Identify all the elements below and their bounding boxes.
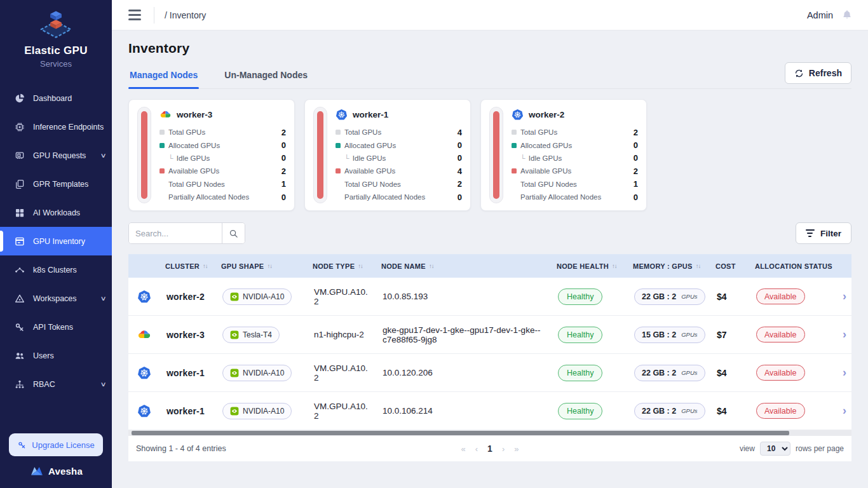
page-title: Inventory <box>128 41 851 56</box>
stat-label: Partially Allocated Nodes <box>344 193 425 201</box>
tab-managed-nodes[interactable]: Managed Nodes <box>128 65 199 88</box>
column-header-gpu-shape[interactable]: GPU SHAPE ↑↓ <box>216 262 308 270</box>
filter-label: Filter <box>820 229 841 238</box>
sidebar-item-api-tokens[interactable]: API Tokens <box>0 313 112 341</box>
stat-value: 0 <box>281 153 286 163</box>
sidebar-item-gpr-templates[interactable]: GPR Templates <box>0 170 112 198</box>
gpu-shape-label: Tesla-T4 <box>243 330 272 339</box>
showing-entries-label: Showing 1 - 4 of 4 entries <box>136 444 461 453</box>
next-page-button[interactable]: › <box>502 444 505 454</box>
card-stat-row: Allocated GPUs 0 <box>512 139 638 151</box>
table-row[interactable]: worker-1 NVIDIA-A10 VM.GPU.A10.2 10.0.12… <box>128 354 851 392</box>
column-header-node-name[interactable]: NODE NAME ↑↓ <box>376 262 552 270</box>
column-header-cost[interactable]: COST <box>710 262 750 270</box>
stat-label: Total GPUs <box>168 128 205 136</box>
sidebar-item-users[interactable]: Users <box>0 341 112 370</box>
notifications-bell-icon[interactable] <box>841 9 853 21</box>
search-button[interactable] <box>222 223 245 243</box>
sort-icon[interactable]: ↑↓ <box>696 262 701 269</box>
first-page-button[interactable]: « <box>461 444 466 454</box>
legend-swatch <box>512 130 517 135</box>
sort-icon[interactable]: ↑↓ <box>429 262 434 269</box>
key-icon <box>17 440 27 450</box>
card-stat-row: Available GPUs 2 <box>512 165 638 177</box>
row-expand-chevron[interactable]: › <box>837 366 851 379</box>
sort-icon[interactable]: ↑↓ <box>358 262 363 269</box>
refresh-button[interactable]: Refresh <box>785 62 851 84</box>
upgrade-license-button[interactable]: Upgrade License <box>9 433 103 456</box>
stat-label: Available GPUs <box>168 167 219 175</box>
topbar-divider <box>154 7 154 24</box>
cell-cost: $4 <box>710 288 750 306</box>
user-menu[interactable]: Admin <box>807 10 833 20</box>
sidebar-item-workspaces[interactable]: Workspaces ∨ <box>0 284 112 313</box>
allocation-status-badge: Available <box>756 288 805 304</box>
sidebar-item-label: GPR Templates <box>33 180 88 189</box>
column-header-label: NODE HEALTH <box>557 262 609 270</box>
sidebar-item-label: Dashboard <box>33 94 72 103</box>
clusters-icon <box>14 264 25 276</box>
sort-icon[interactable]: ↑↓ <box>203 262 208 269</box>
legend-swatch <box>336 130 341 135</box>
card-stat-row: └ Idle GPUs 0 <box>159 152 286 165</box>
sidebar-item-gpu-requests[interactable]: GPU Requests ∨ <box>0 141 112 170</box>
sort-icon[interactable]: ↑↓ <box>268 262 273 269</box>
card-stat-row: Total GPUs 4 <box>336 126 462 139</box>
column-header-cluster[interactable]: CLUSTER ↑↓ <box>160 262 216 270</box>
card-stat-row: Total GPUs 2 <box>512 126 638 139</box>
column-header-allocation-status[interactable]: ALLOCATION STATUS <box>750 262 837 270</box>
topbar: / Inventory Admin <box>112 0 868 30</box>
node-card-worker-1: worker-1 Total GPUs 4 Allocated GPUs 0 └… <box>304 99 471 211</box>
search-icon <box>229 229 238 238</box>
page-size-select[interactable]: 10 <box>760 442 790 456</box>
horizontal-scrollbar[interactable] <box>128 430 851 436</box>
sidebar-item-rbac[interactable]: RBAC ∨ <box>0 370 112 398</box>
column-header-node-type[interactable]: NODE TYPE ↑↓ <box>308 262 376 270</box>
sidebar-item-ai-workloads[interactable]: AI Workloads <box>0 198 112 227</box>
gcp-icon <box>137 328 151 342</box>
sidebar-item-gpu-inventory[interactable]: GPU Inventory <box>0 227 112 255</box>
card-stat-row: Available GPUs 4 <box>336 165 462 177</box>
sidebar-item-k8s-clusters[interactable]: k8s Clusters <box>0 255 112 284</box>
prev-page-button[interactable]: ‹ <box>475 444 478 454</box>
hamburger-menu-icon[interactable] <box>127 7 142 23</box>
row-expand-chevron[interactable]: › <box>837 290 851 303</box>
legend-swatch <box>336 143 341 148</box>
column-header-label: GPU SHAPE <box>221 262 264 270</box>
stat-value: 0 <box>281 140 286 150</box>
table-row[interactable]: worker-1 NVIDIA-A10 VM.GPU.A10.2 10.0.10… <box>128 392 851 430</box>
stat-label: Available GPUs <box>520 167 571 175</box>
tab-unmanaged-nodes[interactable]: Un-Managed Nodes <box>223 65 309 88</box>
column-header-memory-gpus[interactable]: MEMORY : GPUS ↑↓ <box>628 262 710 270</box>
memory-label: 22 GB : 2 <box>642 407 676 416</box>
avesha-logo: Avesha <box>0 465 112 477</box>
gpu-shape-badge: NVIDIA-A10 <box>222 403 292 419</box>
sidebar-item-dashboard[interactable]: Dashboard <box>0 84 112 112</box>
table-row[interactable]: worker-2 NVIDIA-A10 VM.GPU.A10.2 10.0.85… <box>128 278 851 316</box>
card-stat-row: └ Idle GPUs 0 <box>336 152 462 165</box>
filter-button[interactable]: Filter <box>796 222 851 244</box>
sort-icon[interactable]: ↑↓ <box>612 262 617 269</box>
column-header-node-health[interactable]: NODE HEALTH ↑↓ <box>552 262 628 270</box>
card-stat-row: Allocated GPUs 0 <box>159 139 286 151</box>
stat-value: 2 <box>281 128 286 137</box>
legend-swatch <box>336 194 341 200</box>
allocation-status-badge: Available <box>756 365 805 381</box>
chevron-down-icon: ∨ <box>100 381 106 388</box>
card-stat-row: Total GPU Nodes 2 <box>336 178 462 191</box>
node-health-badge: Healthy <box>558 327 602 343</box>
cell-node-name: gke-gpu17-dev-1-gke--gpu17-dev-1-gke--c7… <box>376 322 552 348</box>
row-expand-chevron[interactable]: › <box>837 328 851 341</box>
row-expand-chevron[interactable]: › <box>837 404 851 417</box>
node-health-badge: Healthy <box>558 365 602 381</box>
scrollbar-thumb[interactable] <box>132 431 789 435</box>
last-page-button[interactable]: » <box>514 444 519 454</box>
users-icon <box>14 350 25 362</box>
search-input[interactable] <box>129 223 222 243</box>
brand: Elastic GPU Services <box>0 0 112 69</box>
inference-icon <box>14 121 25 133</box>
sidebar-item-inference-endpoints[interactable]: Inference Endpoints <box>0 112 112 141</box>
gpu-shape-label: NVIDIA-A10 <box>243 369 284 377</box>
table-row[interactable]: worker-3 Tesla-T4 n1-highcpu-2 gke-gpu17… <box>128 316 851 354</box>
rows-per-page-label: rows per page <box>796 444 844 453</box>
